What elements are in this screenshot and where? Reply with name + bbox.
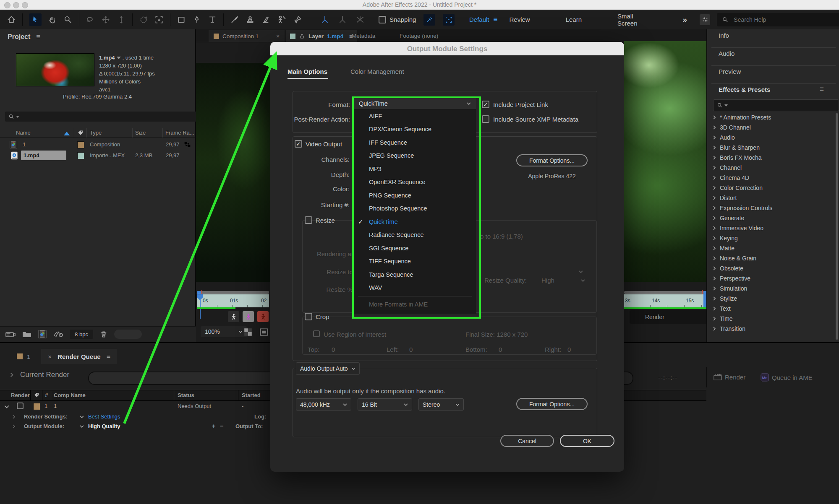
label-color-swatch[interactable] [77, 152, 84, 159]
home-icon[interactable] [7, 15, 16, 24]
dialog-tab-color-management[interactable]: Color Management [350, 68, 404, 75]
new-folder-icon[interactable] [22, 330, 32, 338]
col-render[interactable]: Render [11, 392, 30, 398]
chevron-down-icon[interactable] [80, 424, 84, 429]
dialog-tab-main-options[interactable]: Main Options [288, 68, 327, 75]
brush-tool-icon[interactable] [230, 15, 239, 24]
effects-category[interactable]: Immersive Video [707, 223, 833, 233]
puppet-pin-icon[interactable] [293, 15, 302, 24]
table-row[interactable]: 1 Composition 29,97 [0, 139, 195, 150]
pen-tool-icon[interactable] [192, 15, 201, 24]
magnification-select[interactable]: 100% [201, 326, 247, 337]
add-output-module-button[interactable]: + [212, 423, 215, 429]
vertical-type-tool-icon[interactable] [117, 15, 126, 24]
output-module-value[interactable]: High Quality [88, 423, 120, 429]
video-format-options-button[interactable]: Format Options... [516, 154, 588, 166]
format-option[interactable]: IFF Sequence [354, 136, 476, 149]
queue-item-checkbox[interactable] [17, 403, 24, 409]
effects-category[interactable]: Boris FX Mocha [707, 153, 833, 163]
world-axis-icon[interactable] [337, 15, 348, 25]
format-option[interactable]: Radiance Sequence [354, 229, 476, 242]
workspace-default[interactable]: Default [469, 16, 489, 23]
format-option[interactable]: PNG Sequence [354, 189, 476, 202]
rotation-tool-icon[interactable] [86, 15, 95, 24]
tab-metadata[interactable]: Metadata [352, 33, 375, 39]
footage-thumbnail[interactable] [16, 53, 94, 86]
local-axis-icon[interactable] [320, 15, 330, 25]
render-settings-value[interactable]: Best Settings [88, 413, 120, 420]
help-search[interactable] [717, 13, 839, 26]
eraser-tool-icon[interactable] [261, 15, 270, 24]
effects-category[interactable]: * Animation Presets [707, 112, 833, 122]
effects-category[interactable]: Matte [707, 243, 833, 253]
col-status[interactable]: Status [178, 392, 194, 398]
label-color-swatch[interactable] [33, 403, 40, 410]
effects-category[interactable]: Color Correction [707, 183, 833, 193]
label-color-column-icon[interactable] [77, 130, 84, 136]
workspace-small-screen[interactable]: Small Screen [617, 13, 651, 27]
new-composition-icon[interactable] [38, 330, 47, 339]
panel-tab-effects-presets[interactable]: Effects & Presets [719, 86, 770, 93]
timeline-scrollbar[interactable] [197, 291, 269, 294]
render-button[interactable]: Render [714, 373, 745, 381]
tab-timeline-comp[interactable]: 1 [0, 349, 41, 364]
effects-category[interactable]: Blur & Sharpen [707, 143, 833, 153]
column-frame-rate[interactable]: Frame Ra... [165, 130, 194, 136]
effects-category[interactable]: Expression Controls [707, 203, 833, 213]
column-type[interactable]: Type [90, 130, 102, 136]
clone-stamp-icon[interactable] [246, 15, 255, 24]
effects-category[interactable]: Perspective [707, 273, 833, 283]
camera-region-icon[interactable] [154, 15, 164, 24]
pan-behind-tool-icon[interactable] [101, 15, 110, 24]
toggle-chip-3[interactable] [257, 311, 269, 322]
panel-menu-icon[interactable]: ≡ [36, 33, 40, 41]
shape-tool-icon[interactable] [177, 15, 186, 24]
timeline-scrollbar-right[interactable] [624, 291, 708, 294]
effects-category[interactable]: Obsolete [707, 263, 833, 273]
toggle-chip-1[interactable] [228, 311, 239, 322]
cancel-button[interactable]: Cancel [500, 435, 554, 447]
tab-render-queue[interactable]: × Render Queue ≡ [41, 349, 117, 364]
adjustments-power-icon[interactable] [53, 330, 64, 339]
ok-button[interactable]: OK [560, 435, 614, 447]
effects-category[interactable]: Stylize [707, 294, 833, 304]
tab-composition[interactable]: Composition 1 × [209, 30, 285, 42]
crop-checkbox[interactable] [305, 313, 312, 320]
panel-menu-icon[interactable]: ≡ [107, 353, 110, 360]
col-number[interactable]: # [45, 392, 48, 398]
snap-option-2[interactable] [443, 14, 455, 26]
crop-bottom-value[interactable]: 0 [499, 346, 502, 353]
panel-menu-icon[interactable]: ≡ [820, 85, 824, 94]
include-xmp-checkbox[interactable] [482, 115, 489, 123]
bit-depth-select[interactable]: 16 Bit [358, 398, 412, 410]
zoom-tool-icon[interactable] [63, 15, 73, 24]
type-tool-icon[interactable] [208, 15, 217, 24]
timeline-ruler-left[interactable]: 0s 01s 02 [197, 294, 269, 307]
dialog-titlebar[interactable]: Output Module Settings [270, 42, 624, 55]
tab-footage[interactable]: Footage (none) [400, 33, 438, 39]
search-help-input[interactable] [733, 16, 835, 23]
format-option[interactable]: SGI Sequence [354, 242, 476, 255]
orbit-tool-icon[interactable] [139, 15, 148, 24]
audio-output-select[interactable]: Audio Output Auto [296, 362, 360, 375]
crop-left-value[interactable]: 0 [409, 346, 413, 353]
workspace-learn[interactable]: Learn [566, 16, 582, 23]
trash-icon[interactable] [99, 330, 108, 339]
snap-option-1[interactable] [423, 14, 435, 26]
selection-tool[interactable] [29, 13, 42, 26]
region-of-interest-icon[interactable] [259, 327, 269, 337]
column-name[interactable]: Name [16, 130, 31, 136]
snapping-checkbox[interactable] [379, 16, 386, 23]
view-axis-icon[interactable] [355, 15, 365, 25]
timeline-ruler-right[interactable]: 3s 14s 15s [624, 294, 708, 307]
include-project-link-checkbox[interactable]: ✓ [482, 101, 489, 108]
format-option[interactable]: WAV [354, 281, 476, 295]
toggle-chip-2[interactable] [243, 311, 254, 322]
sidebar-scrollbar[interactable] [836, 113, 838, 340]
resize-checkbox[interactable] [305, 216, 312, 224]
footage-name-dropdown-icon[interactable] [117, 57, 121, 59]
table-row[interactable]: 1.mp4 Importe...MEX 2,3 MB 29,97 [0, 150, 195, 161]
sort-ascending-icon[interactable] [64, 132, 70, 135]
effects-category[interactable]: Generate [707, 213, 833, 223]
format-select[interactable]: QuickTime [354, 98, 476, 109]
